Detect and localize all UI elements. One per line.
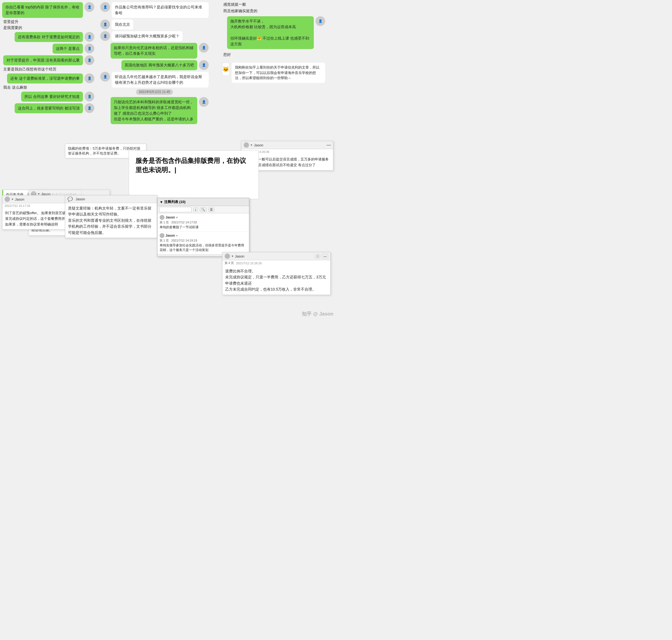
menu-btn[interactable]: ☰ [208,207,214,212]
panel-minimize-btn[interactable]: — [327,143,331,147]
panel-refund-ts: 2021/7/12 15:26:26 [236,262,262,265]
ann-1-avatar [160,215,164,220]
panel-jason-refund: ▾ Jason □ — 第 4 页 2021/7/12 15:26:26 退费比… [222,252,331,295]
bubble-refund-terms: 还有退费条款 对于退费是如何规定的 [15,32,83,42]
msg-expensive: 而且他家确实挺贵的 [222,9,325,14]
ann-1-text: 单纯的套餐隐了一节试听课 [160,225,247,230]
avatar-user4: 👤 [85,55,94,65]
panel-refund-text: 退费比例不合理。 未完成协议规定，只退一半费用，乙方还获得七万五，3万元申请费也… [222,266,330,295]
date-separator: 2021年5月12日 11:45 [136,89,173,95]
panel-refund-header: ▾ Jason □ — [222,252,330,260]
avatar-user6: 👤 [85,92,94,101]
annotation-toolbar: ↕ 🔍 ☰ [158,206,249,213]
annotation-triangle: ▼ [160,200,163,204]
bubble-study-contract: 所以 合同这事 要好好研究才知道 [21,92,83,102]
annotation-item-1: Jason ▾ 第 1 页 2021/7/12 14:17:02 单纯的套餐隐了… [158,213,249,232]
chat-right-column: 感觉就挺一般 而且他家确实挺贵的 抛开教学水平不谈， 大机构价格都 比较贵，因为… [222,2,325,83]
ann-2-ts: 2021/7/12 14:19:19 [171,239,197,242]
avatar-other4: 👤 [100,72,110,82]
panel-jason-big-text: 💬 Jason 质疑文案经验：机构太年轻，文案不一定有音乐留学申请以及相关文书写… [65,195,157,238]
bubble-top5: 你自己看看 top5的内容 除了保排名外，有啥是你需要的 [2,2,83,18]
panel-big-user: Jason [76,197,85,201]
bubble-uk-bg: 对于背景提升，申英国 没有美国看的那么重 [3,55,83,65]
avatar-me-mid1: 👤 [199,43,209,53]
ann-1-name: Jason [166,216,175,219]
ann-2-text: 单纯实领导参加社会实践活动，但很多背景提升是今年费用花销，这个服务只是一个活动策… [160,243,247,252]
chat-middle-column: 👤 作品集公司您有推荐吗？是必须要找专业的公司来准备哈 👤 我在北京 👤 请问硕… [100,2,209,126]
ann-1-page: 第 1 页 2021/7/12 14:17:02 [160,220,247,224]
ann-1-ts: 2021/7/12 14:17:02 [171,221,197,224]
avatar-other3: 👤 [100,31,110,41]
avatar-user1: 👤 [85,2,94,12]
msg-feeling-ordinary: 感觉就挺一般 [222,2,325,7]
avatar-other1: 👤 [100,2,110,12]
panel-refund-user: Jason [235,254,244,258]
ann-1-header: Jason ▾ [160,215,247,220]
avatar-me-right1: 👤 [315,16,325,26]
annotation-search-input[interactable] [159,207,192,212]
sort-btn[interactable]: ↕ [193,207,198,212]
bubble-portfolio-company: 作品集公司您有推荐吗？是必须要找专业的公司来准备哈 [111,2,209,18]
annotation-panel: ▼ 注释列表 (10) ↕ 🔍 ☰ Jason ▾ 第 1 页 2021/7/1… [157,198,249,257]
msg-hello: 您好 [222,52,325,57]
avatar-cat: 🐱 [222,63,229,76]
chat-left-column: 你自己看看 top5的内容 除了保排名外，有啥是你需要的 👤 背景提升 是我需要… [2,2,94,115]
avatar-me-mid3: 👤 [199,97,209,107]
annotation-item-2: Jason ▾ 第 1 页 2021/7/12 14:19:19 单纯实领导参加… [158,232,249,254]
ann-2-page: 第 1 页 2021/7/12 14:19:19 [160,238,247,243]
panel-refund-avatar [225,253,230,259]
avatar-other2: 👤 [100,19,110,29]
panel-big-header: 💬 Jason [65,195,157,203]
bubble-recommend-agency: 如果你只意向伦艺这种名校的话，还是找机构辅导吧，自己准备不太现实 [110,43,197,59]
annotation-header: ▼ 注释列表 (10) [158,198,249,206]
service-question-text: 服务是否包含作品集排版费用，在协议里也未说明。 [135,157,246,174]
msg-experience: 主要是我自己很想有些这个经历 [2,67,94,72]
msg-needed: 是我需要的 [2,26,94,30]
panel-main-avatar [5,197,10,202]
panel-avatar [243,142,249,148]
ann-2-avatar [160,233,164,238]
ann-2-arrow: ▾ [176,234,178,237]
bubble-beijing: 我在北京 [111,19,133,30]
panel-main-user: Jason [15,197,25,201]
ann-1-arrow: ▾ [176,216,178,219]
msg-trouble: 我去 这么麻烦 [2,85,94,90]
bubble-expensive-explain: 抛开教学水平不谈， 大机构价格都 比较贵，因为运营成本高 但环境确实是好🤗 不过… [227,16,314,49]
ann-2-name: Jason [166,234,175,237]
panel-jason-language-header: ▾ Jason — [241,141,333,149]
bubble-no-refund-fee: 还有 这个退费标准里，没写退申请费的事 [7,73,83,84]
avatar-user3: 👤 [85,44,94,54]
bubble-two-points: 这两个 是重点 [53,44,83,54]
watermark: 知乎 @ Jason [302,311,333,317]
avatar-user5: 👤 [85,73,94,83]
bubble-budget: 请问硕预加硕士两年大概预算多少呢？ [111,31,183,41]
bubble-budget-london: 英国伦敦地区 两年预算大概要八十多万吧 [121,60,197,70]
panel-service-question: 服务是否包含作品集排版费用，在协议里也未说明。 [129,150,259,199]
avatar-me-mid2: 👤 [199,60,209,70]
annotation-title: 注释列表 (10) [164,200,185,204]
cursor-blink [175,166,176,174]
avatar-user7: 👤 [85,103,94,113]
bubble-ual-admission: 只能说伦艺的本科和预科的录取难度宽松一些，加上学生都是机构辅导的 很多工作都是由… [110,97,197,124]
panel-refund-minimize[interactable]: — [322,254,328,258]
panel-user-name: Jason [254,143,264,147]
filter-btn[interactable]: 🔍 [200,207,207,212]
bubble-zhihu-intro: 我刚刚在知乎上看到你的关于申请伯克利的文章，所以想加你一下，可以以后我会有申请海… [232,63,325,83]
ann-2-header: Jason ▾ [160,233,247,238]
bubble-contract-unclear: 这合同上，很多需要写明的 都没写清 [15,103,83,113]
panel-big-body: 质疑文案经验：机构太年轻，文案不一定有音乐留学申请以及相关文书写作经验。 音乐的… [65,203,157,238]
avatar-user2: 👤 [85,32,94,42]
header-icon: 💬 [68,197,74,202]
panel-refund-page: 第 4 页 [225,261,234,265]
msg-background: 背景提升 [2,19,94,25]
bubble-goldsmiths: 听说这几年伦艺越来越水了是真的吗，我是听说金斯顿有潜力有上升趋势才这么纠结去哪个… [111,72,209,88]
panel-refund-checkbox[interactable]: □ [315,254,320,258]
